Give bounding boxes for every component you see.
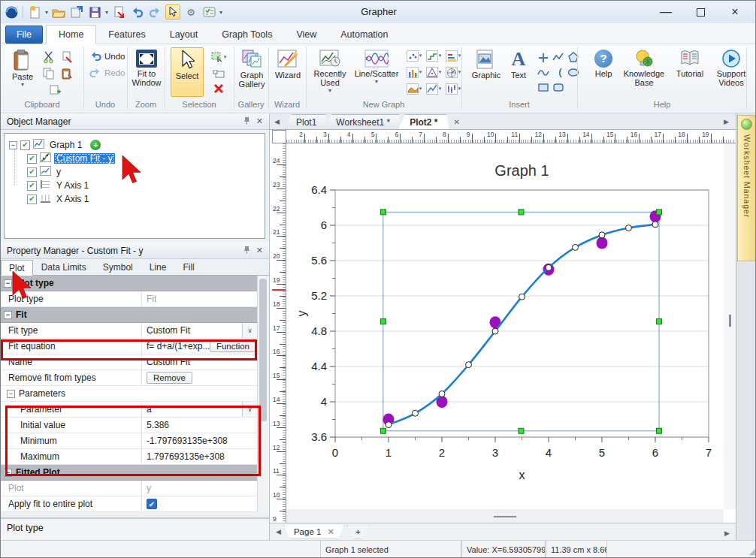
help-button[interactable]: ? Help [590,47,617,78]
duplicate-icon[interactable] [47,83,62,97]
page-tab[interactable]: Page 1✕ [284,525,344,539]
scrollbar-thumb[interactable] [729,315,731,327]
page-area[interactable]: 012345673.644.44.85.25.666.4Graph 1xy [286,143,724,509]
pm-tab-data-limits[interactable]: Data Limits [33,259,95,275]
y-axis-label[interactable]: y [295,311,308,317]
wizard-button[interactable]: Wizard [271,47,304,80]
tab-scroll-right-icon[interactable]: ▶ [724,118,729,125]
close-page-icon[interactable]: ✕ [327,526,334,537]
bar-chart-icon[interactable]: ▾ [444,49,462,62]
visibility-checkbox[interactable]: ✔ [27,167,37,177]
minimize-button[interactable]: — [649,1,683,23]
line-plot-icon[interactable]: ▾ [425,82,443,95]
surface-3d-icon[interactable]: ▾ [405,82,423,95]
selection-handle[interactable] [656,210,661,215]
value-text[interactable]: Custom Fit [147,325,190,336]
collapse-icon[interactable]: − [4,311,12,319]
selection-rectangle[interactable] [383,212,659,430]
fit-curve-marker[interactable] [413,410,419,416]
tab-graph-tools[interactable]: Graph Tools [210,25,284,44]
add-page-tab[interactable]: + [347,525,369,539]
redo-button[interactable]: Redo [89,68,125,77]
function-button[interactable]: Function [210,340,256,352]
fit-curve-marker[interactable] [466,362,472,368]
worksheet-manager-tab[interactable]: Worksheet Manager [737,115,756,261]
tab-file[interactable]: File [5,26,43,44]
apply-fit-checkbox[interactable]: ✔ [147,499,157,509]
remove-button[interactable]: Remove [147,372,192,384]
hi-low-chart-icon[interactable]: ▾ [444,82,462,95]
maximize-button[interactable] [683,1,718,23]
collapse-icon[interactable]: − [4,469,12,477]
tab-home[interactable]: Home [46,25,96,44]
doc-tab-plot2-[interactable]: Plot2 * [398,114,449,129]
tab-automation[interactable]: Automation [328,25,400,44]
ternary-plot-icon[interactable]: ▾ [425,65,443,79]
select-objects-icon[interactable]: ▾ [210,50,228,64]
curve-shape-icon[interactable] [536,65,551,79]
selection-handle[interactable] [519,428,524,433]
selection-handle[interactable] [519,210,524,215]
tab-features[interactable]: Features [96,25,157,44]
dropdown-arrow[interactable]: ∨ [242,402,257,417]
data-point[interactable] [597,237,608,249]
copy-icon[interactable] [41,67,56,80]
graph-title[interactable]: Graph 1 [494,162,549,179]
close-button[interactable]: × [718,1,752,23]
fit-to-window-button[interactable]: Fit to Window [130,47,163,87]
tree-item-graph-1[interactable]: −✔Graph 1+ [9,138,101,152]
cut-icon[interactable] [41,50,56,64]
close-panel-icon[interactable]: ✕ [256,246,263,255]
text-button[interactable]: A Text [506,47,531,80]
visibility-checkbox[interactable]: ✔ [27,195,37,204]
ellipse-shape-icon[interactable] [566,65,581,79]
point-shape-icon[interactable] [536,50,551,64]
fit-curve-marker[interactable] [599,232,605,238]
dropdown-arrow[interactable]: ∨ [242,323,257,338]
scrollbar-thumb[interactable] [259,279,267,421]
tree-item-y-axis-1[interactable]: ✔Y Axis 1 [27,179,91,192]
column-chart-icon[interactable]: ▾ [405,65,423,79]
tab-scroll-left-icon[interactable]: ◀ [274,118,280,125]
close-panel-icon[interactable]: ✕ [256,116,263,126]
recently-used-button[interactable]: Recently Used▾ [309,47,351,93]
fit-curve-marker[interactable] [439,391,445,397]
format-painter-icon[interactable] [59,50,74,64]
scrollbar-thumb[interactable] [494,516,516,517]
fit-curve-marker[interactable] [652,222,658,228]
selection-handle[interactable] [656,319,661,324]
close-doc-tab-icon[interactable]: ✕ [454,118,460,126]
graph-figure[interactable]: 012345673.644.44.85.25.666.4Graph 1xy [286,143,724,509]
tree-item-x-axis-1[interactable]: ✔X Axis 1 [27,192,91,206]
graphic-button[interactable]: Graphic [468,47,504,80]
selection-handle[interactable] [380,319,386,324]
reshape-icon[interactable] [210,68,228,81]
fit-curve-marker[interactable] [519,294,525,300]
visibility-checkbox[interactable]: ✔ [20,140,30,150]
line-scatter-button[interactable]: Line/Scatter▾ [352,47,401,84]
doc-tab-worksheet1-[interactable]: Worksheet1 * [325,114,401,129]
pm-tab-line[interactable]: Line [141,259,175,275]
pm-tab-symbol[interactable]: Symbol [95,259,141,275]
graph-gallery-button[interactable]: Graph Gallery [236,47,268,89]
paste-special-icon[interactable] [59,67,74,80]
pm-tab-fill[interactable]: Fill [174,259,202,275]
delete-icon[interactable] [210,82,228,95]
fit-curve[interactable] [389,225,655,425]
doc-tab-plot1[interactable]: Plot1 [285,114,328,129]
value-text[interactable]: a [147,404,152,415]
selection-handle[interactable] [656,428,661,433]
polyline-shape-icon[interactable] [551,50,566,64]
fit-curve-marker[interactable] [492,328,498,334]
selection-handle[interactable] [380,428,386,433]
undo-button[interactable]: Undo [89,52,125,61]
collapse-icon[interactable]: − [4,279,12,288]
value-text[interactable]: f= d+a/(1+exp... [147,341,210,351]
pin-icon[interactable] [243,116,250,126]
tab-layout[interactable]: Layout [158,25,210,44]
page-scroll-right-icon[interactable]: ▶ [724,529,730,537]
select-button[interactable]: Select [171,47,204,97]
polar-plot-icon[interactable]: ▾ [444,65,462,79]
fit-curve-marker[interactable] [573,244,579,250]
x-axis-label[interactable]: x [519,469,525,481]
